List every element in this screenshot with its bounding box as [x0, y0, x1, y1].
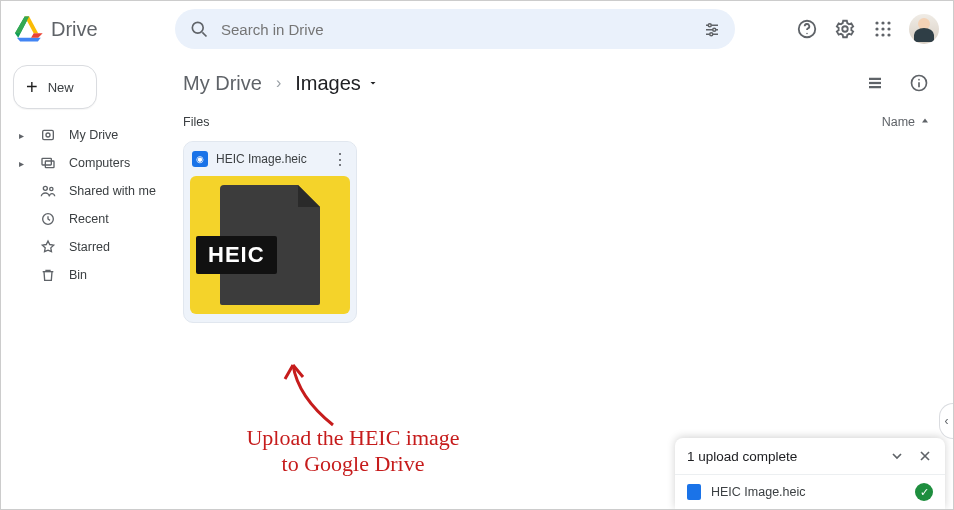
sidebar-item-starred[interactable]: Starred — [13, 233, 165, 261]
details-icon[interactable] — [907, 71, 931, 95]
caret-down-icon — [367, 77, 379, 89]
sidebar-item-label: Computers — [69, 156, 130, 170]
toast-file-name: HEIC Image.heic — [711, 485, 805, 499]
close-icon[interactable] — [917, 448, 933, 464]
svg-point-7 — [710, 33, 713, 36]
sidebar-item-shared[interactable]: Shared with me — [13, 177, 165, 205]
svg-rect-28 — [869, 82, 881, 84]
svg-point-13 — [887, 21, 890, 24]
settings-icon[interactable] — [833, 17, 857, 41]
sidebar-item-label: My Drive — [69, 128, 118, 142]
file-thumbnail: HEIC — [190, 176, 350, 314]
logo[interactable]: Drive — [15, 15, 175, 43]
sidebar-item-recent[interactable]: Recent — [13, 205, 165, 233]
star-icon — [39, 238, 57, 256]
file-header: ◉ HEIC Image.heic ⋮ — [184, 142, 356, 176]
header-actions — [775, 14, 939, 44]
toast-header: 1 upload complete — [675, 438, 945, 474]
bin-icon — [39, 266, 57, 284]
app-name: Drive — [51, 18, 98, 41]
section-header: Files Name — [183, 115, 931, 129]
layout-toggle-icon[interactable] — [863, 71, 887, 95]
tune-icon[interactable] — [703, 20, 721, 38]
svg-point-17 — [875, 33, 878, 36]
sidebar-item-label: Recent — [69, 212, 109, 226]
svg-point-12 — [881, 21, 884, 24]
new-button[interactable]: + New — [13, 65, 97, 109]
toast-title: 1 upload complete — [687, 449, 797, 464]
file-card[interactable]: ◉ HEIC Image.heic ⋮ HEIC — [183, 141, 357, 323]
svg-rect-29 — [869, 86, 881, 88]
chevron-right-icon: › — [276, 74, 281, 92]
svg-point-19 — [887, 33, 890, 36]
computers-icon — [39, 154, 57, 172]
drive-logo-icon — [15, 15, 43, 43]
drive-icon — [39, 126, 57, 144]
clock-icon — [39, 210, 57, 228]
svg-point-11 — [875, 21, 878, 24]
success-check-icon: ✓ — [915, 483, 933, 501]
file-icon — [687, 484, 701, 500]
svg-point-10 — [842, 26, 848, 32]
sort-control[interactable]: Name — [882, 115, 931, 129]
sidebar-item-computers[interactable]: ▸ Computers — [13, 149, 165, 177]
sidebar-item-label: Shared with me — [69, 184, 156, 198]
svg-point-14 — [875, 27, 878, 30]
svg-point-25 — [50, 187, 53, 190]
toast-file-row[interactable]: HEIC Image.heic ✓ — [675, 474, 945, 509]
chevron-right-icon: ▸ — [19, 130, 27, 141]
file-name: HEIC Image.heic — [216, 152, 307, 166]
breadcrumb: My Drive › Images — [183, 61, 931, 105]
new-button-label: New — [48, 80, 74, 95]
search-input[interactable] — [219, 20, 693, 39]
sidebar-item-label: Bin — [69, 268, 87, 282]
plus-icon: + — [26, 77, 38, 97]
more-icon[interactable]: ⋮ — [332, 150, 348, 169]
svg-point-0 — [192, 22, 203, 33]
svg-point-5 — [713, 28, 716, 31]
shared-icon — [39, 182, 57, 200]
search-bar[interactable] — [175, 9, 735, 49]
side-panel-toggle[interactable]: ‹ — [939, 403, 953, 439]
svg-point-32 — [918, 79, 920, 81]
file-type-icon: ◉ — [192, 151, 208, 167]
svg-point-24 — [43, 186, 47, 190]
search-icon — [189, 19, 209, 39]
svg-point-18 — [881, 33, 884, 36]
svg-point-21 — [46, 133, 50, 137]
svg-line-1 — [202, 32, 206, 36]
svg-point-9 — [806, 33, 807, 34]
chevron-down-icon[interactable] — [889, 448, 905, 464]
svg-point-3 — [708, 24, 711, 27]
help-icon[interactable] — [795, 17, 819, 41]
sidebar: + New ▸ My Drive ▸ Computers Shared with… — [1, 57, 173, 509]
annotation-arrow — [243, 357, 363, 437]
breadcrumb-root[interactable]: My Drive — [183, 72, 262, 95]
section-label: Files — [183, 115, 209, 129]
chevron-right-icon: ▸ — [19, 158, 27, 169]
header: Drive — [1, 1, 953, 57]
sidebar-item-label: Starred — [69, 240, 110, 254]
svg-point-15 — [881, 27, 884, 30]
svg-rect-27 — [869, 78, 881, 80]
upload-toast: 1 upload complete HEIC Image.heic ✓ — [675, 438, 945, 509]
account-avatar[interactable] — [909, 14, 939, 44]
breadcrumb-current[interactable]: Images — [295, 72, 379, 95]
svg-rect-20 — [43, 130, 54, 139]
sidebar-item-my-drive[interactable]: ▸ My Drive — [13, 121, 165, 149]
arrow-up-icon — [919, 116, 931, 128]
apps-icon[interactable] — [871, 17, 895, 41]
annotation-text: Upload the HEIC image to Google Drive — [203, 425, 503, 478]
svg-point-16 — [887, 27, 890, 30]
sidebar-item-bin[interactable]: Bin — [13, 261, 165, 289]
file-badge: HEIC — [196, 236, 277, 274]
